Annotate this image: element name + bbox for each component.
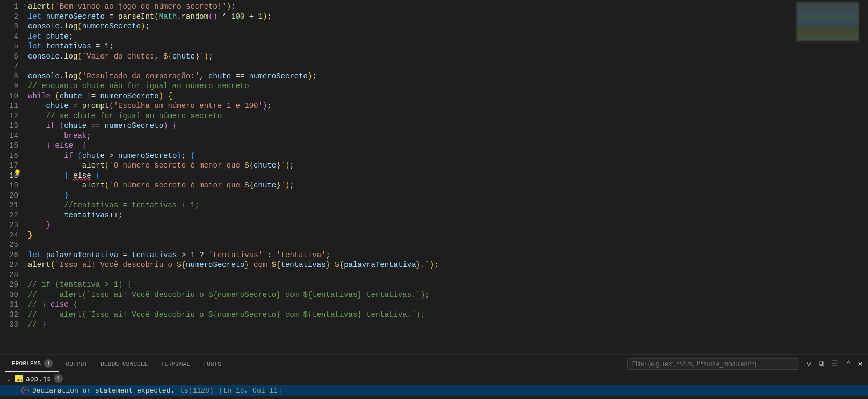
- line-number: 22: [5, 211, 18, 221]
- file-name: app.js: [26, 375, 51, 383]
- code-line[interactable]: } else {: [28, 171, 868, 181]
- line-number: 3: [5, 21, 18, 32]
- code-line[interactable]: }: [28, 230, 868, 241]
- line-number: 2: [5, 12, 18, 22]
- code-line[interactable]: if (chute > numeroSecreto); {: [28, 151, 868, 161]
- line-number: 12: [5, 111, 18, 121]
- problem-item[interactable]: ✕ Declaration or statement expected. ts(…: [0, 385, 868, 396]
- line-number: 9: [5, 81, 18, 91]
- code-line[interactable]: //tentativas = tentativas + 1;: [28, 200, 868, 211]
- error-icon: ✕: [21, 387, 29, 394]
- code-line[interactable]: while (chute != numeroSecreto) {: [28, 91, 868, 101]
- code-editor[interactable]: 💡 alert('Bem-vindo ao jogo do número sec…: [28, 0, 868, 354]
- panel-tabs: PROBLEMS 1 OUTPUT DEBUG CONSOLE TERMINAL…: [0, 355, 868, 373]
- line-number: 16: [5, 151, 18, 161]
- code-line[interactable]: // }: [28, 320, 868, 330]
- code-line[interactable]: [28, 61, 868, 71]
- code-line[interactable]: console.log('Resultado da comparação:', …: [28, 71, 868, 82]
- code-line[interactable]: // alert(`Isso aí! Você descobriu o ${nu…: [28, 290, 868, 300]
- code-line[interactable]: [28, 270, 868, 280]
- tab-terminal[interactable]: TERMINAL: [155, 358, 197, 371]
- line-number: 4: [5, 32, 18, 42]
- bottom-panel: PROBLEMS 1 OUTPUT DEBUG CONSOLE TERMINAL…: [0, 354, 868, 397]
- line-number: 30: [5, 290, 18, 300]
- code-line[interactable]: console.log(`Valor do chute:, ${chute}`)…: [28, 52, 868, 62]
- code-line[interactable]: alert(`O número secreto é maior que ${ch…: [28, 180, 868, 191]
- code-line[interactable]: // if (tentativa > 1) {: [28, 280, 868, 290]
- tab-label: PROBLEMS: [12, 360, 41, 367]
- line-number: 14: [5, 131, 18, 141]
- line-number: 29: [5, 280, 18, 290]
- code-line[interactable]: // se chute for igual ao número secreto: [28, 111, 868, 121]
- lightbulb-icon[interactable]: 💡: [13, 169, 21, 179]
- line-number: 33: [5, 320, 18, 330]
- line-number: 21: [5, 200, 18, 211]
- code-line[interactable]: let chute;: [28, 32, 868, 42]
- line-number: 7: [5, 61, 18, 71]
- line-number: 10: [5, 91, 18, 101]
- close-panel-icon[interactable]: ✕: [858, 359, 863, 368]
- minimap[interactable]: [795, 1, 860, 44]
- code-line[interactable]: // alert(`Isso aí! Você descobriu o ${nu…: [28, 310, 868, 320]
- code-line[interactable]: // } else {: [28, 300, 868, 310]
- filter-icon[interactable]: ▽: [807, 359, 811, 368]
- line-number: 11: [5, 101, 18, 111]
- line-number: 25: [5, 240, 18, 250]
- line-number: 26: [5, 250, 18, 260]
- chevron-down-icon[interactable]: ⌄: [5, 375, 12, 382]
- tab-debug-console[interactable]: DEBUG CONSOLE: [94, 358, 154, 371]
- code-line[interactable]: alert('Bem-vindo ao jogo do número secre…: [28, 2, 868, 12]
- code-line[interactable]: console.log(numeroSecreto);: [28, 21, 868, 32]
- line-number: 6: [5, 52, 18, 62]
- line-number: 23: [5, 220, 18, 230]
- line-number: 32: [5, 310, 18, 320]
- code-line[interactable]: break;: [28, 131, 868, 141]
- line-number: 5: [5, 41, 18, 52]
- file-problem-count: 1: [54, 374, 63, 383]
- code-line[interactable]: chute = prompt('Escolha um número entre …: [28, 101, 868, 111]
- line-number: 15: [5, 141, 18, 151]
- code-line[interactable]: let numeroSecreto = parseInt(Math.random…: [28, 12, 868, 22]
- code-line[interactable]: let palavraTentativa = tentativas > 1 ? …: [28, 250, 868, 260]
- line-number: 13: [5, 121, 18, 131]
- code-line[interactable]: } else {: [28, 141, 868, 151]
- line-number: 31: [5, 300, 18, 310]
- line-number: 8: [5, 71, 18, 82]
- line-number: 24: [5, 230, 18, 241]
- problems-filter-input[interactable]: [627, 358, 799, 370]
- error-message: Declaration or statement expected.: [32, 387, 175, 395]
- tab-output[interactable]: OUTPUT: [59, 358, 94, 371]
- editor-container: 1234567891011121314151617181920212223242…: [0, 0, 868, 354]
- line-number: 20: [5, 191, 18, 201]
- panel-chevron-up-icon[interactable]: ⌃: [846, 359, 850, 368]
- code-line[interactable]: }: [28, 191, 868, 201]
- code-line[interactable]: if (chute == numeroSecreto) {: [28, 121, 868, 131]
- tab-ports[interactable]: PORTS: [197, 358, 228, 371]
- tab-problems[interactable]: PROBLEMS 1: [5, 356, 59, 372]
- line-number: 1: [5, 2, 18, 12]
- code-line[interactable]: alert(`O número secreto é menor que ${ch…: [28, 161, 868, 171]
- collapse-all-icon[interactable]: ⧉: [819, 359, 824, 368]
- js-file-icon: JS: [15, 375, 23, 382]
- code-line[interactable]: let tentativas = 1;: [28, 41, 868, 52]
- problem-file-row[interactable]: ⌄ JS app.js 1: [0, 373, 868, 385]
- code-line[interactable]: }: [28, 220, 868, 230]
- error-location: [Ln 18, Col 11]: [219, 387, 282, 395]
- panel-action-icons: ▽ ⧉ ☰ ⌃ ✕: [807, 359, 863, 368]
- line-number: 27: [5, 260, 18, 270]
- minimap-content: [797, 2, 859, 41]
- line-number: 28: [5, 270, 18, 280]
- problems-count-badge: 1: [44, 359, 53, 368]
- code-line[interactable]: alert(`Isso aí! Você descobriu o ${numer…: [28, 260, 868, 270]
- line-number: 19: [5, 180, 18, 191]
- code-line[interactable]: // enquanto chute não for igual ao númer…: [28, 81, 868, 91]
- problems-list: ⌄ JS app.js 1 ✕ Declaration or statement…: [0, 373, 868, 397]
- error-code: ts(1128): [180, 387, 213, 395]
- code-line[interactable]: [28, 240, 868, 250]
- code-line[interactable]: tentativas++;: [28, 211, 868, 221]
- view-as-tree-icon[interactable]: ☰: [831, 359, 838, 368]
